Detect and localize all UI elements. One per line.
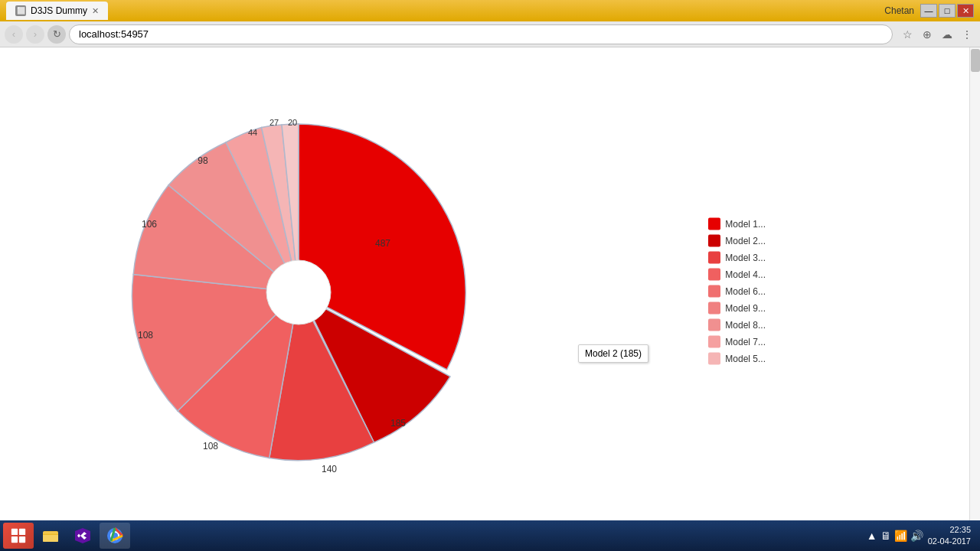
tab-title: D3JS Dummy — [31, 5, 87, 16]
tray-signal-icon[interactable]: 📶 — [894, 530, 907, 542]
legend-item-3[interactable]: Model 3... — [708, 252, 766, 264]
legend-label-9: Model 9... — [725, 303, 766, 314]
legend-label-1: Model 1... — [725, 219, 766, 230]
files-icon — [41, 527, 60, 545]
address-bar[interactable] — [69, 24, 893, 44]
label-model4: 108 — [203, 441, 218, 452]
svg-rect-2 — [11, 536, 18, 543]
svg-rect-3 — [19, 536, 25, 543]
menu-icon[interactable]: ⋮ — [959, 26, 975, 43]
legend-item-8[interactable]: Model 8... — [708, 319, 766, 331]
title-bar: ⬜ D3JS Dummy ✕ Chetan — □ ✕ — [0, 0, 980, 21]
legend-item-4[interactable]: Model 4... — [708, 269, 766, 281]
legend-label-4: Model 4... — [725, 269, 766, 280]
bookmark-icon[interactable]: ☆ — [899, 26, 916, 43]
user-label: Chetan — [884, 5, 914, 16]
legend-item-2[interactable]: Model 2... — [708, 235, 766, 247]
page-content: 487 185 140 108 108 106 98 44 27 20 Mode… — [0, 47, 980, 520]
nav-icons: ☆ ⊕ ☁ ⋮ — [899, 26, 975, 43]
forward-button[interactable]: › — [26, 25, 44, 44]
tab-close-button[interactable]: ✕ — [92, 6, 99, 16]
legend-swatch-8 — [708, 319, 720, 331]
legend-item-1[interactable]: Model 1... — [708, 218, 766, 230]
chrome-icon — [106, 527, 124, 545]
legend-label-3: Model 3... — [725, 253, 766, 263]
taskbar-files[interactable] — [35, 523, 66, 549]
browser-tab[interactable]: ⬜ D3JS Dummy ✕ — [6, 2, 108, 20]
label-model7: 44 — [248, 128, 257, 137]
maximize-button[interactable]: □ — [939, 4, 956, 18]
legend-swatch-3 — [708, 252, 720, 264]
minimize-button[interactable]: — — [920, 4, 937, 18]
windows-logo-icon — [10, 527, 27, 544]
chart-legend: Model 1... Model 2... Model 3... Model 4… — [708, 218, 766, 365]
window-controls: Chetan — □ ✕ — [884, 4, 974, 18]
legend-swatch-5 — [708, 353, 720, 365]
scrollbar-thumb[interactable] — [971, 49, 980, 72]
close-button[interactable]: ✕ — [957, 4, 974, 18]
sync-icon[interactable]: ☁ — [939, 26, 956, 43]
tray-expand-icon[interactable]: ▲ — [867, 530, 877, 542]
legend-item-5[interactable]: Model 5... — [708, 353, 766, 365]
label-model6: 108 — [138, 330, 153, 341]
system-tray: ▲ 🖥 📶 🔊 — [867, 530, 923, 542]
legend-item-9[interactable]: Model 9... — [708, 302, 766, 315]
svg-rect-0 — [11, 529, 18, 535]
taskbar-right: ▲ 🖥 📶 🔊 22:35 02-04-2017 — [867, 524, 977, 548]
nav-bar: ‹ › ↻ ☆ ⊕ ☁ ⋮ — [0, 21, 980, 47]
tray-volume-icon[interactable]: 🔊 — [910, 530, 923, 542]
label-model2: 185 — [390, 418, 406, 429]
legend-swatch-4 — [708, 269, 720, 281]
legend-item-7[interactable]: Model 7... — [708, 336, 766, 348]
legend-swatch-2 — [708, 235, 720, 247]
visual-studio-icon — [74, 527, 92, 545]
legend-item-6[interactable]: Model 6... — [708, 285, 766, 298]
back-button[interactable]: ‹ — [5, 25, 23, 44]
legend-swatch-1 — [708, 218, 720, 230]
legend-label-7: Model 7... — [725, 337, 766, 347]
label-model8: 98 — [198, 155, 208, 166]
legend-label-5: Model 5... — [725, 354, 766, 364]
extensions-icon[interactable]: ⊕ — [919, 26, 936, 43]
tray-network-icon[interactable]: 🖥 — [880, 530, 891, 542]
legend-swatch-7 — [708, 336, 720, 348]
taskbar-chrome[interactable] — [100, 523, 130, 549]
legend-label-6: Model 6... — [725, 286, 766, 297]
svg-rect-1 — [19, 529, 25, 535]
taskbar-visual-studio[interactable] — [67, 523, 98, 549]
refresh-button[interactable]: ↻ — [47, 25, 66, 44]
label-model1: 487 — [375, 238, 390, 249]
scrollbar[interactable] — [969, 47, 980, 520]
label-model3: 140 — [322, 464, 337, 474]
start-button[interactable] — [3, 523, 34, 549]
donut-hole — [266, 260, 331, 324]
clock-time: 22:35 — [928, 524, 971, 536]
pie-group: 487 185 140 108 108 106 98 44 27 20 — [132, 118, 466, 474]
tab-favicon: ⬜ — [15, 5, 26, 16]
legend-swatch-9 — [708, 302, 720, 315]
clock-date: 02-04-2017 — [928, 536, 971, 547]
pie-chart-svg: 487 185 140 108 108 106 98 44 27 20 — [61, 70, 750, 514]
legend-label-8: Model 8... — [725, 320, 766, 331]
legend-label-2: Model 2... — [725, 236, 766, 246]
system-clock[interactable]: 22:35 02-04-2017 — [928, 524, 971, 548]
legend-swatch-6 — [708, 285, 720, 298]
taskbar: ▲ 🖥 📶 🔊 22:35 02-04-2017 — [0, 520, 980, 551]
label-modelx: 20 — [288, 118, 297, 127]
label-model5: 27 — [270, 118, 279, 127]
label-model9: 106 — [142, 219, 157, 230]
